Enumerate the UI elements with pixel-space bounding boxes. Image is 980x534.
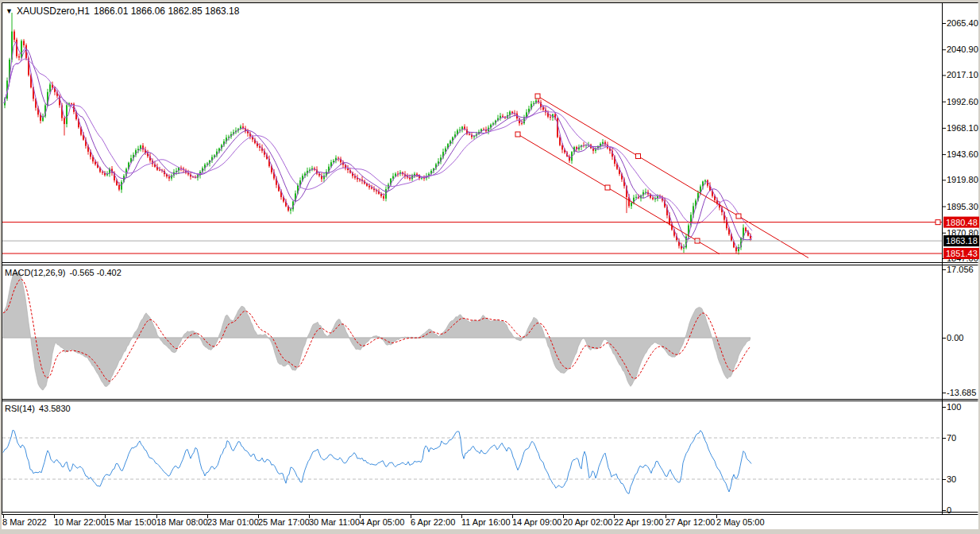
main-chart-panel[interactable] (2, 4, 942, 263)
macd-indicator-label: MACD(12,26,9)-0.565 -0.402 (5, 268, 122, 277)
price-axis[interactable] (943, 4, 980, 513)
rsi-name: RSI(14) (5, 404, 35, 413)
rsi-panel[interactable] (2, 402, 942, 512)
symbol-dropdown-icon[interactable]: ▼ (6, 7, 13, 15)
rsi-indicator-label: RSI(14)43.5830 (5, 404, 71, 413)
macd-name: MACD(12,26,9) (5, 268, 65, 277)
ohlc-values: 1866.01 1866.06 1862.85 1863.18 (94, 6, 240, 17)
macd-panel[interactable] (2, 266, 942, 399)
rsi-value: 43.5830 (39, 404, 71, 413)
symbol-timeframe-label: XAUUSDzero,H1 (17, 6, 90, 17)
macd-values: -0.565 -0.402 (69, 268, 121, 277)
time-axis[interactable] (2, 515, 942, 531)
chart-title: ▼XAUUSDzero,H11866.01 1866.06 1862.85 18… (6, 6, 239, 17)
chart-window: 2065.402040.902017.101992.601968.101943.… (0, 0, 980, 534)
